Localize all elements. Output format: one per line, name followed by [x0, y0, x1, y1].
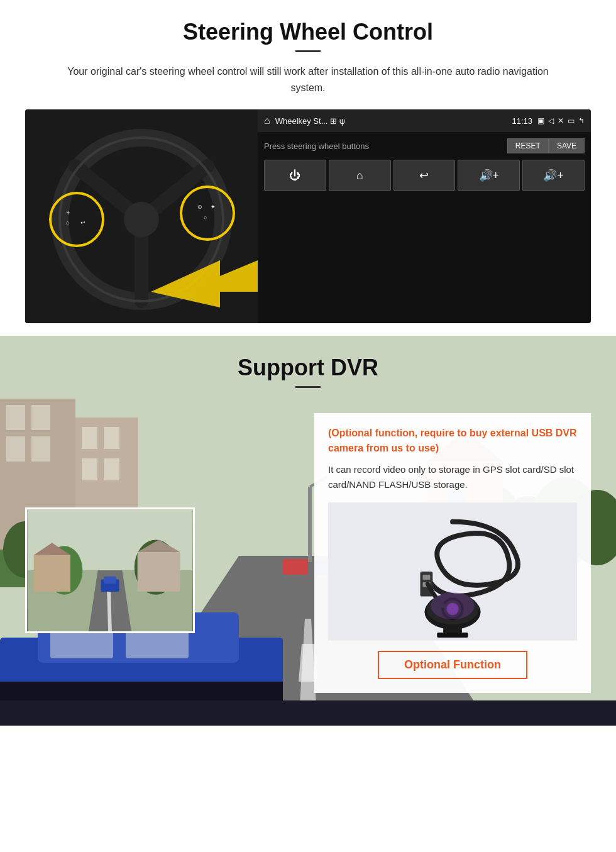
- swc-button-row: RESET SAVE: [507, 138, 585, 153]
- dvr-header: Support DVR: [0, 336, 616, 394]
- svg-point-5: [124, 202, 159, 237]
- window-icon: ▭: [568, 116, 575, 125]
- vol-down-btn[interactable]: 🔊+: [522, 160, 585, 191]
- topbar-app-title: Wheelkey St... ⊞ ψ: [275, 116, 507, 126]
- svg-rect-77: [437, 633, 468, 638]
- topbar-home-icon: ⌂: [264, 115, 270, 126]
- dvr-section: Support DVR: [0, 336, 616, 726]
- home-btn[interactable]: ⌂: [329, 160, 391, 191]
- swc-title-divider: [295, 50, 321, 52]
- steering-wheel-visual: + ⌂ ↩ ⊙ ✦ ○: [25, 109, 258, 323]
- svg-rect-64: [138, 552, 180, 592]
- swc-demo-area: + ⌂ ↩ ⊙ ✦ ○ ⌂ Wheelkey St... ⊞: [25, 109, 591, 323]
- svg-rect-61: [104, 577, 116, 584]
- swc-prompt-row: Press steering wheel buttons RESET SAVE: [264, 138, 585, 153]
- power-btn[interactable]: ⏻: [264, 160, 326, 191]
- dvr-left-area: [25, 413, 302, 633]
- reset-button[interactable]: RESET: [507, 138, 549, 153]
- steering-wheel-section: Steering Wheel Control Your original car…: [0, 0, 616, 336]
- svg-rect-62: [34, 555, 70, 592]
- dvr-camera-image: [328, 502, 577, 641]
- dvr-preview-image: [25, 507, 195, 633]
- x-icon: ✕: [558, 116, 564, 125]
- optional-function-badge: Optional Function: [378, 651, 527, 679]
- back-btn[interactable]: ↩: [393, 160, 456, 191]
- svg-text:○: ○: [204, 214, 207, 221]
- swc-subtitle: Your original car's steering wheel contr…: [57, 64, 559, 96]
- topbar-time: 11:13: [512, 116, 532, 126]
- swc-title: Steering Wheel Control: [25, 19, 591, 45]
- swc-photo: + ⌂ ↩ ⊙ ✦ ○: [25, 109, 258, 323]
- svg-rect-76: [443, 624, 462, 634]
- swc-screen-content: Press steering wheel buttons RESET SAVE …: [258, 132, 591, 323]
- svg-rect-68: [422, 575, 430, 580]
- camera-icon: ▣: [537, 116, 544, 125]
- swc-control-grid: ⏻ ⌂ ↩ 🔊+ 🔊+: [264, 160, 585, 191]
- swc-prompt-text: Press steering wheel buttons: [264, 141, 369, 151]
- svg-text:✦: ✦: [211, 204, 216, 210]
- svg-text:+: +: [66, 209, 70, 216]
- dvr-title: Support DVR: [0, 355, 616, 381]
- vol-up-btn[interactable]: 🔊+: [458, 160, 520, 191]
- volume-icon: ◁: [548, 116, 554, 125]
- svg-text:⌂: ⌂: [66, 219, 69, 226]
- swc-screen: ⌂ Wheelkey St... ⊞ ψ 11:13 ▣ ◁ ✕ ▭ ↰ Pre…: [258, 109, 591, 323]
- svg-text:⊙: ⊙: [197, 204, 202, 210]
- dvr-description: It can record video only to storage in G…: [328, 462, 577, 492]
- svg-point-78: [431, 592, 474, 620]
- topbar-icons: ▣ ◁ ✕ ▭ ↰: [537, 116, 585, 125]
- dvr-info-card: (Optional function, require to buy exter…: [314, 413, 591, 693]
- dvr-content-area: (Optional function, require to buy exter…: [0, 401, 616, 712]
- back-icon: ↰: [578, 116, 585, 125]
- dvr-optional-text: (Optional function, require to buy exter…: [328, 426, 577, 456]
- swc-topbar: ⌂ Wheelkey St... ⊞ ψ 11:13 ▣ ◁ ✕ ▭ ↰: [258, 109, 591, 132]
- save-button[interactable]: SAVE: [549, 138, 585, 153]
- dvr-title-divider: [295, 386, 321, 388]
- svg-text:↩: ↩: [80, 219, 85, 226]
